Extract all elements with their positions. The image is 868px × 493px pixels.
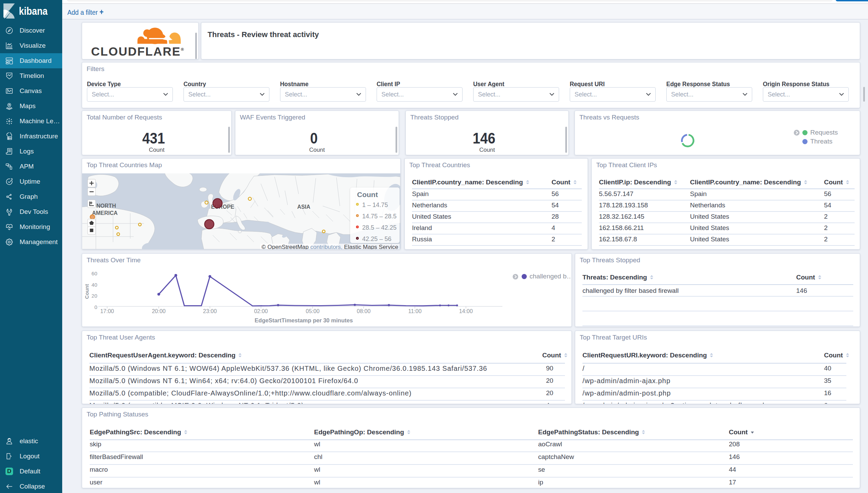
svg-text:40: 40 bbox=[91, 282, 97, 288]
svg-text:11:00: 11:00 bbox=[408, 308, 422, 314]
svg-text:20: 20 bbox=[91, 293, 97, 299]
svg-text:20:00: 20:00 bbox=[152, 308, 166, 314]
svg-text:EdgeStartTimestamp per 30 minu: EdgeStartTimestamp per 30 minutes bbox=[255, 317, 353, 323]
svg-text:02:00: 02:00 bbox=[254, 308, 268, 314]
svg-text:23:00: 23:00 bbox=[203, 308, 217, 314]
svg-text:0: 0 bbox=[94, 304, 97, 310]
svg-text:08:00: 08:00 bbox=[357, 308, 370, 314]
svg-text:17:00: 17:00 bbox=[100, 308, 114, 314]
svg-text:05:00: 05:00 bbox=[306, 308, 320, 314]
svg-text:60: 60 bbox=[91, 271, 97, 276]
svg-text:14:00: 14:00 bbox=[459, 308, 473, 314]
svg-text:Count: Count bbox=[84, 284, 90, 299]
svg-text:ASIA: ASIA bbox=[297, 204, 311, 210]
svg-text:AMERICA: AMERICA bbox=[92, 210, 118, 216]
svg-text:NORTH: NORTH bbox=[97, 203, 116, 209]
